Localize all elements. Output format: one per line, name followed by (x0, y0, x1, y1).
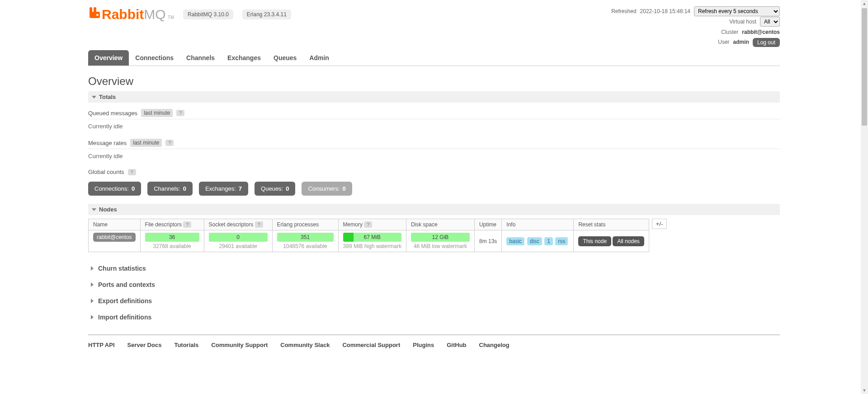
section-nodes-header[interactable]: Nodes (88, 204, 780, 215)
reset-all-nodes-button[interactable]: All nodes (613, 236, 644, 246)
help-icon[interactable]: ? (255, 221, 263, 228)
info-tag-basic[interactable]: basic (506, 237, 524, 245)
footer-tutorials[interactable]: Tutorials (174, 342, 198, 348)
columns-toggle[interactable]: +/- (652, 219, 667, 229)
nav-tabs: Overview Connections Channels Exchanges … (88, 50, 780, 66)
nodes-table: Name File descriptors ? Socket descripto… (88, 219, 649, 252)
global-counts-label: Global counts (88, 169, 124, 175)
tab-channels[interactable]: Channels (180, 50, 221, 66)
vhost-select[interactable]: All (760, 17, 780, 27)
tab-admin[interactable]: Admin (303, 50, 335, 66)
sd-bar: 0 (209, 233, 268, 242)
header-right: Refreshed 2022-10-18 15:48:14 Refresh ev… (611, 6, 780, 47)
tab-exchanges[interactable]: Exchanges (221, 50, 267, 66)
th-fd: File descriptors ? (140, 219, 204, 230)
logo-text-rabbit: Rabbit (102, 7, 144, 22)
chevron-right-icon (91, 315, 94, 319)
cluster-label: Cluster (721, 27, 738, 38)
chevron-right-icon (91, 282, 94, 287)
footer-commercial-support[interactable]: Commercial Support (342, 342, 400, 348)
footer-changelog[interactable]: Changelog (479, 342, 509, 348)
count-exchanges[interactable]: Exchanges: 7 (199, 182, 248, 196)
rates-idle: Currently idle (88, 149, 780, 166)
refreshed-label: Refreshed (611, 6, 636, 17)
footer-plugins[interactable]: Plugins (413, 342, 434, 348)
user-name: admin (733, 37, 749, 47)
count-connections[interactable]: Connections: 0 (88, 182, 141, 196)
th-mem: Memory ? (338, 219, 406, 230)
count-consumers[interactable]: Consumers: 0 (302, 182, 352, 196)
chevron-right-icon (91, 299, 94, 303)
global-counts: Connections: 0 Channels: 0 Exchanges: 7 … (88, 182, 780, 196)
help-icon[interactable]: ? (165, 140, 174, 146)
reset-cell: This node All nodes (574, 230, 649, 252)
th-ep: Erlang processes (272, 219, 338, 230)
th-name: Name (89, 219, 141, 230)
section-import[interactable]: Import definitions (88, 309, 780, 325)
vhost-label: Virtual host (729, 17, 756, 27)
uptime-cell: 8m 13s (474, 230, 501, 252)
footer-http-api[interactable]: HTTP API (88, 342, 115, 348)
user-label: User (718, 37, 729, 47)
table-row: rabbit@centos 36 32768 available 0 29401… (89, 230, 649, 252)
tab-queues[interactable]: Queues (267, 50, 303, 66)
help-icon[interactable]: ? (128, 169, 136, 175)
count-channels[interactable]: Channels: 0 (147, 182, 193, 196)
refreshed-timestamp: 2022-10-18 15:48:14 (640, 6, 690, 17)
section-churn[interactable]: Churn statistics (88, 260, 780, 277)
sd-note: 29401 available (209, 243, 268, 249)
chevron-down-icon (92, 208, 96, 211)
tab-connections[interactable]: Connections (129, 50, 180, 66)
footer-community-slack[interactable]: Community Slack (280, 342, 330, 348)
disk-note: 48 MiB low watermark (411, 243, 470, 249)
help-icon[interactable]: ? (176, 110, 184, 116)
th-info: Info (502, 219, 574, 230)
scroll-thumb[interactable] (862, 8, 867, 126)
fd-bar: 36 (145, 233, 199, 242)
page-title: Overview (88, 75, 780, 88)
footer-community-support[interactable]: Community Support (211, 342, 268, 348)
logo-text-mq: MQ (144, 7, 165, 22)
footer: HTTP API Server Docs Tutorials Community… (88, 334, 780, 366)
message-rates-label: Message rates (88, 140, 127, 146)
scrollbar[interactable]: ▲ ▼ (861, 0, 868, 366)
scroll-up-icon[interactable]: ▲ (861, 0, 868, 7)
mem-note: 389 MiB high watermark (343, 243, 401, 249)
section-ports[interactable]: Ports and contexts (88, 277, 780, 293)
erlang-pill: Erlang 23.3.4.11 (242, 9, 291, 19)
logo-tm: TM (168, 15, 174, 20)
count-queues[interactable]: Queues: 0 (255, 182, 295, 196)
ep-note: 1048576 available (277, 243, 334, 249)
th-reset: Reset stats (574, 219, 649, 230)
info-tag-disc[interactable]: disc (527, 237, 542, 245)
disk-bar: 12 GiB (411, 233, 470, 242)
section-export[interactable]: Export definitions (88, 293, 780, 309)
section-nodes-label: Nodes (99, 206, 117, 213)
footer-github[interactable]: GitHub (447, 342, 466, 348)
refresh-interval-select[interactable]: Refresh every 5 seconds (694, 6, 780, 16)
chevron-right-icon (91, 266, 94, 271)
fd-note: 32768 available (145, 243, 199, 249)
footer-server-docs[interactable]: Server Docs (127, 342, 162, 348)
node-name[interactable]: rabbit@centos (93, 233, 136, 242)
header: RabbitMQ TM RabbitMQ 3.10.0 Erlang 23.3.… (88, 0, 780, 47)
svg-point-3 (96, 14, 99, 16)
queued-messages-label: Queued messages (88, 110, 137, 117)
info-tag-rss[interactable]: rss (555, 237, 568, 245)
logo[interactable]: RabbitMQ TM (88, 6, 174, 22)
info-cell: basic disc 1 rss (502, 230, 574, 252)
help-icon[interactable]: ? (364, 221, 372, 228)
rates-range[interactable]: last minute (130, 139, 162, 147)
queued-range[interactable]: last minute (141, 109, 173, 117)
rabbit-icon (88, 6, 101, 22)
chevron-down-icon (92, 96, 96, 98)
info-tag-1[interactable]: 1 (544, 237, 553, 245)
logo-area: RabbitMQ TM RabbitMQ 3.10.0 Erlang 23.3.… (88, 6, 291, 22)
logout-button[interactable]: Log out (753, 38, 780, 47)
tab-overview[interactable]: Overview (88, 50, 129, 66)
help-icon[interactable]: ? (183, 221, 191, 228)
th-uptime: Uptime (474, 219, 501, 230)
section-totals-header[interactable]: Totals (88, 91, 780, 103)
th-disk: Disk space (406, 219, 474, 230)
reset-this-node-button[interactable]: This node (578, 236, 611, 246)
